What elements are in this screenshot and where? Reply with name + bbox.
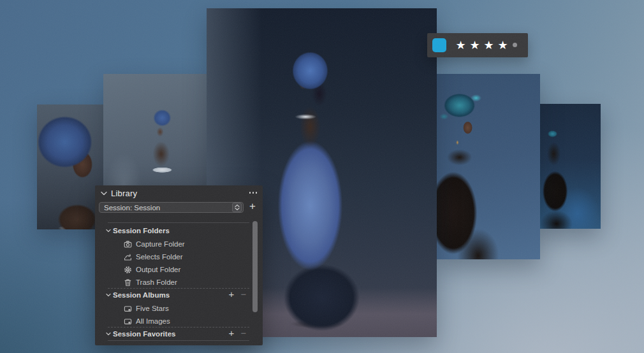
item-label: Selects Folder [136,253,183,261]
star-5-empty-icon[interactable] [513,43,517,47]
photo-thumbnail-4 [437,74,540,259]
panel-title: Library [111,189,137,198]
chevron-down-icon [106,229,111,233]
item-trash-folder[interactable]: Trash Folder [95,276,251,289]
item-label: Capture Folder [136,240,185,248]
session-selector-value: Session: Session [99,204,232,212]
star-1-icon[interactable]: ★ [455,40,466,51]
add-favorite-button[interactable]: + [226,328,237,338]
album-icon [124,317,132,326]
panel-menu-button[interactable] [249,192,258,194]
add-album-button[interactable]: + [226,289,237,299]
remove-favorite-button[interactable]: − [239,328,248,338]
star-2-icon[interactable]: ★ [469,40,480,51]
session-selector[interactable]: Session: Session [99,202,244,213]
item-all-images[interactable]: All Images [95,315,251,328]
trash-icon [124,278,132,287]
add-session-button[interactable]: + [247,201,258,212]
chevron-down-icon [106,332,111,336]
panel-scrollbar[interactable] [252,221,258,312]
up-down-stepper-icon [232,203,242,212]
album-icon [124,305,132,313]
separator [108,222,249,223]
gear-icon [124,266,132,274]
rating-widget: ★ ★ ★ ★ [427,33,528,57]
chevron-down-icon[interactable] [101,191,107,196]
item-selects-folder[interactable]: Selects Folder [95,250,251,263]
selects-arrow-icon [124,253,132,261]
star-3-icon[interactable]: ★ [483,40,494,51]
item-label: All Images [136,317,170,325]
separator [108,340,249,341]
library-panel-header: Library [95,185,263,201]
star-4-icon[interactable]: ★ [497,40,508,51]
library-panel: Library Session: Session + Session Folde… [95,185,263,345]
star-rating: ★ ★ ★ ★ [455,33,508,57]
section-label: Session Favorites [113,330,175,338]
item-label: Trash Folder [136,278,177,286]
item-output-folder[interactable]: Output Folder [95,263,251,276]
remove-album-button[interactable]: − [239,289,248,299]
section-label: Session Albums [113,291,170,299]
camera-icon [124,240,132,249]
item-five-stars[interactable]: Five Stars [95,302,251,315]
section-label: Session Folders [113,227,170,234]
chevron-down-icon [106,293,111,297]
section-session-folders[interactable]: Session Folders [95,224,251,237]
photo-thumbnail-5 [536,104,601,229]
item-label: Output Folder [136,266,180,273]
color-tag-button[interactable] [432,38,446,52]
item-label: Five Stars [136,305,169,312]
promo-canvas: ★ ★ ★ ★ Library Session: Session + [0,0,644,353]
item-capture-folder[interactable]: Capture Folder [95,238,251,250]
